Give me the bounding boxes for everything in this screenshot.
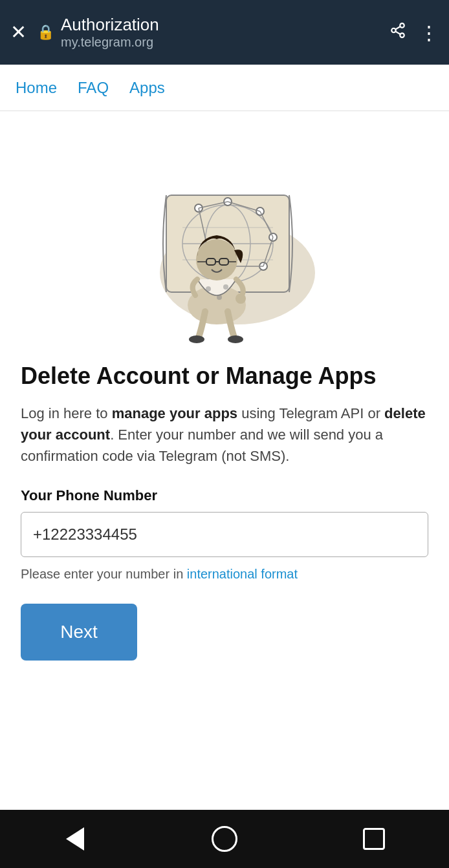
back-icon [66, 827, 84, 851]
format-hint-prefix: Please enter your number in [21, 567, 187, 581]
browser-title: Authorization [61, 15, 389, 35]
illustration-container [21, 137, 428, 344]
svg-point-27 [223, 284, 228, 290]
svg-point-36 [228, 335, 243, 343]
nav-tab-faq[interactable]: FAQ [78, 76, 109, 100]
browser-title-group: Authorization my.telegram.org [61, 15, 389, 50]
recent-icon [363, 828, 385, 850]
nav-tabs: Home FAQ Apps [0, 65, 449, 111]
more-menu-icon[interactable] [419, 21, 439, 44]
svg-point-26 [217, 295, 222, 300]
phone-input[interactable] [21, 512, 428, 557]
main-content: Delete Account or Manage Apps Log in her… [0, 111, 449, 810]
nav-tab-home[interactable]: Home [16, 76, 57, 100]
recent-button[interactable] [358, 823, 390, 855]
page-description: Log in here to manage your apps using Te… [21, 403, 428, 467]
desc-middle: using Telegram API or [237, 405, 384, 421]
svg-point-35 [189, 335, 204, 343]
svg-line-3 [395, 31, 400, 34]
nav-tab-apps[interactable]: Apps [129, 76, 165, 100]
browser-bar: ✕ 🔒 Authorization my.telegram.org [0, 0, 449, 65]
home-icon [212, 826, 237, 852]
phone-label: Your Phone Number [21, 487, 428, 504]
international-format-link[interactable]: international format [187, 567, 298, 581]
bottom-nav-bar [0, 810, 449, 868]
svg-point-29 [196, 239, 237, 281]
desc-prefix: Log in here to [21, 405, 112, 421]
svg-point-28 [235, 293, 246, 304]
next-button[interactable]: Next [21, 604, 137, 661]
hero-illustration [121, 137, 328, 344]
desc-bold1: manage your apps [112, 405, 237, 421]
share-icon[interactable] [389, 22, 406, 43]
page-heading: Delete Account or Manage Apps [21, 362, 428, 390]
svg-line-4 [395, 26, 400, 29]
browser-url: my.telegram.org [61, 35, 389, 50]
svg-point-25 [206, 286, 211, 291]
format-hint: Please enter your number in internationa… [21, 565, 428, 583]
browser-close-button[interactable]: ✕ [10, 23, 27, 42]
browser-actions [389, 21, 439, 44]
home-button[interactable] [208, 823, 241, 855]
lock-icon: 🔒 [37, 24, 54, 41]
back-button[interactable] [59, 823, 91, 855]
